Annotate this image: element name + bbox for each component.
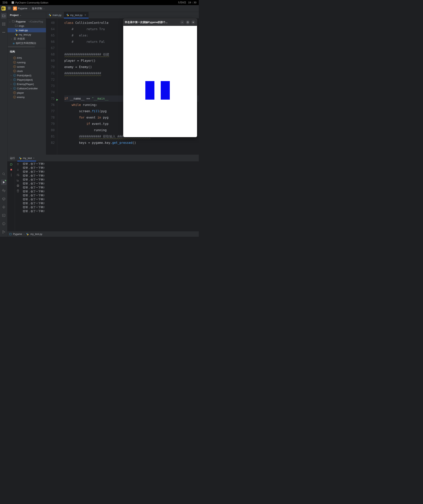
chevron-right-icon[interactable]: › [10,79,12,81]
chevron-right-icon[interactable]: › [10,83,12,85]
project-panel: Project ⌄ ⌄ Pygame ~/Codes/Pyg imgs [7,12,46,155]
rerun-button[interactable] [10,163,13,167]
scroll-up-button[interactable] [16,163,19,167]
svg-marker-26 [56,99,58,101]
output-line: 哎呀，创了一下咧! [23,174,197,178]
svg-rect-16 [2,214,5,216]
maximize-button[interactable] [185,20,190,24]
minimize-button[interactable] [180,20,184,24]
output-line: 哎呀，创了一下咧! [23,209,197,213]
stop-button[interactable] [10,168,13,172]
folder-imgs[interactable]: imgs [7,24,46,28]
class-icon: C [13,78,16,81]
structure-item-label: enemy [17,96,25,99]
project-root-row[interactable]: ⌄ Pygame ~/Codes/Pyg [7,19,46,24]
structure-item[interactable]: ›CPlayer(object) [7,78,46,82]
vcs-menu[interactable]: 版本控制 ⌄ [32,7,45,10]
soft-wrap-button[interactable] [16,173,19,177]
class-icon: C [13,74,16,77]
chevron-down-icon[interactable]: ⌄ [9,20,11,23]
run-primary-actions [7,162,15,231]
structure-item[interactable]: Vclock [7,69,46,73]
python-file-icon [66,14,69,16]
svg-rect-6 [2,24,3,25]
module-icon [9,233,12,235]
more-actions-button[interactable] [10,173,13,177]
terminal-tool-button[interactable] [1,213,6,218]
chevron-right-icon[interactable]: › [10,38,13,40]
editor-tab[interactable]: main.py [46,12,64,18]
run-output[interactable]: 哎呀，创了一下咧!哎呀，创了一下咧!哎呀，创了一下咧!哎呀，创了一下咧!哎呀，创… [21,162,199,231]
structure-item-label: screen [17,65,25,68]
structure-item[interactable]: Vscreen [7,65,46,69]
run-tab-my-test[interactable]: my_test × [17,155,36,161]
run-tool-button[interactable] [1,180,6,185]
run-tool-window: 运行 my_test × [7,155,199,231]
project-name: Pygame [18,7,27,10]
structure-item-label: Enemy(Player) [17,83,34,86]
close-icon[interactable]: × [84,13,86,17]
editor-tab[interactable]: my_test.py× [64,12,89,18]
external-libs-row[interactable]: › 外部库 [7,37,46,41]
problems-tool-button[interactable] [1,221,6,227]
chevron-right-icon[interactable]: › [10,87,12,90]
output-line: 哎呀，创了一下咧! [23,186,197,190]
output-line: 哎呀，创了一下咧! [23,182,197,186]
svg-marker-15 [3,207,5,208]
git-tool-button[interactable] [1,229,6,235]
structure-item[interactable]: ›CPoint(object) [7,73,46,78]
structure-item[interactable]: ›CEnemy(Player) [7,82,46,86]
python-console-button[interactable] [1,188,6,193]
breadcrumb-root[interactable]: Pygame [13,233,22,235]
chevron-down-icon: ⌄ [28,7,30,9]
packages-tool-button[interactable] [1,196,6,202]
scroll-to-end-button[interactable] [16,179,19,182]
svg-point-33 [11,175,12,175]
folder-icon [12,20,15,23]
game-sprite [145,81,155,100]
svg-rect-24 [15,37,15,40]
file-main-py[interactable]: main.py [7,28,46,32]
editor-gutter[interactable]: 4064656667686970717273747576777879808182 [46,18,57,155]
scratch-row[interactable]: ≣ 临时文件和控制台 [7,41,46,45]
structure-item[interactable]: VFPS [7,56,46,60]
svg-point-20 [3,231,3,231]
close-icon[interactable]: × [33,157,35,160]
file-my-test-py[interactable]: my_test.py [7,32,46,37]
left-tool-rail [0,12,7,237]
project-tool-button[interactable] [1,13,6,18]
structure-item[interactable]: Vplayer [7,90,46,95]
structure-item[interactable]: Vrunning [7,60,46,65]
run-secondary-actions [15,162,21,231]
project-panel-header[interactable]: Project ⌄ [7,12,46,18]
structure-tool-button[interactable] [1,21,6,27]
project-root-path: ~/Codes/Pyg [28,20,43,23]
structure-item[interactable]: ›CCollisionController [7,86,46,90]
svg-point-32 [11,174,12,174]
main-menu-button[interactable] [7,6,11,11]
scrollbar[interactable] [8,46,35,47]
breadcrumb-file[interactable]: my_test.py [30,233,42,235]
run-tab-label: my_test [23,157,32,160]
services-tool-button[interactable] [1,204,6,210]
project-tree: ⌄ Pygame ~/Codes/Pyg imgs main.py [7,18,46,46]
pygame-output-window: 怀念高中第一次接触Pygame的那个... [123,18,197,137]
chevron-right-icon[interactable]: › [10,74,12,77]
project-initial-icon: P [13,6,17,11]
project-selector[interactable]: P Pygame ⌄ [13,6,30,11]
scroll-down-button[interactable] [16,168,19,172]
delete-button[interactable] [16,189,19,193]
close-button[interactable] [191,20,196,24]
more-tool-button[interactable] [1,30,6,35]
search-tool-button[interactable] [1,171,6,177]
print-button[interactable] [16,184,19,188]
class-icon: C [13,87,16,90]
output-line: 哎呀，创了一下咧! [23,205,197,209]
svg-rect-23 [14,37,15,40]
tree-item-label: 临时文件和控制台 [16,42,36,45]
tab-label: main.py [53,14,61,17]
structure-item[interactable]: Venemy [7,95,46,99]
svg-point-11 [3,173,5,175]
activities-label[interactable]: 活动 [2,1,7,4]
run-gutter-icon[interactable] [56,97,59,103]
